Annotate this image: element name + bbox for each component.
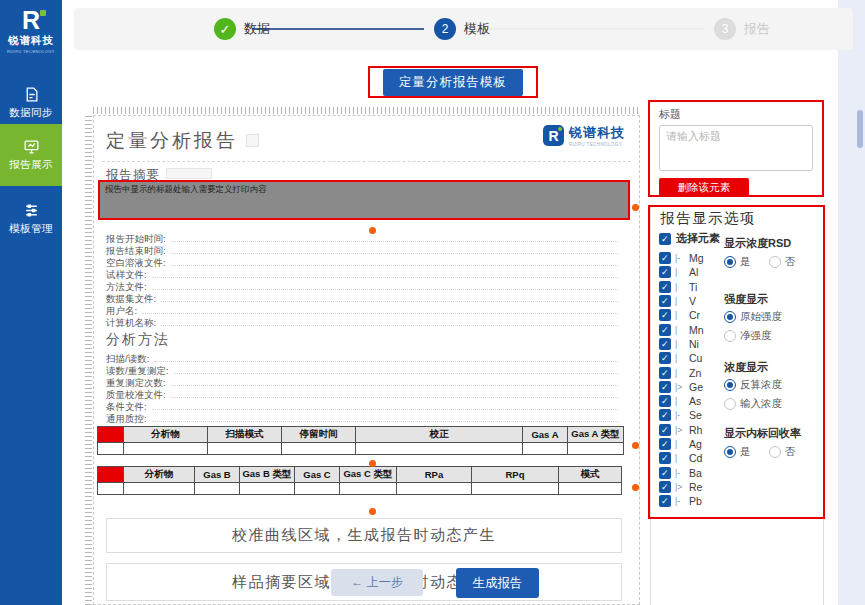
table-header-cell: Gas C — [294, 466, 340, 483]
checkbox-checked-icon[interactable] — [659, 424, 671, 436]
checkbox-checked-icon[interactable] — [659, 266, 671, 278]
placeholder-box — [166, 168, 212, 179]
table-header-cell: 模式 — [558, 466, 622, 483]
table-header-cell: 停留时间 — [281, 426, 356, 443]
previous-step-button[interactable]: ← 上一步 — [331, 569, 423, 596]
step-done-check-icon: ✓ — [214, 18, 236, 40]
tree-prefix: | — [675, 296, 685, 306]
resize-handle[interactable] — [369, 508, 376, 515]
checkbox-checked-icon[interactable] — [659, 352, 671, 364]
checkbox-checked-icon[interactable] — [659, 381, 671, 393]
element-symbol: Ge — [689, 381, 703, 393]
checkbox-checked-icon[interactable] — [659, 409, 671, 421]
field-label: 空白溶液文件: — [106, 258, 622, 270]
logo-text: 锐谱科技 — [569, 124, 625, 142]
table-header-cell: Gas A 类型 — [567, 426, 624, 443]
field-label: 扫描/读数: — [106, 354, 622, 366]
radio-rsd-yes[interactable]: 是 — [724, 255, 751, 269]
tree-prefix: |> — [675, 425, 685, 435]
checkbox-checked-icon[interactable] — [659, 281, 671, 293]
radio-calc-concentration[interactable]: 反算浓度 — [724, 378, 782, 392]
title-input[interactable] — [659, 125, 813, 171]
scrollbar-thumb[interactable] — [857, 110, 863, 148]
analyte-table-1[interactable]: 分析物扫描模式停留时间校正Gas AGas A 类型 — [98, 426, 631, 455]
delete-element-button[interactable]: 删除该元素 — [659, 178, 749, 197]
radio-icon — [769, 446, 781, 458]
tree-prefix: | — [675, 439, 685, 449]
tree-prefix: |> — [675, 382, 685, 392]
resize-handle[interactable] — [369, 460, 376, 467]
element-symbol: V — [689, 295, 696, 307]
radio-istd-yes[interactable]: 是 — [724, 445, 751, 459]
radio-istd-no[interactable]: 否 — [769, 445, 796, 459]
tree-prefix: | — [675, 453, 685, 463]
element-symbol: Rh — [689, 424, 702, 436]
sidebar-item-data-sync[interactable]: 数据同步 — [0, 82, 62, 128]
table-marker-cell — [97, 426, 124, 443]
field-label: 方法文件: — [106, 282, 622, 294]
checkbox-checked-icon[interactable] — [659, 438, 671, 450]
checkbox-checked-icon[interactable] — [659, 309, 671, 321]
element-symbol: Cu — [689, 352, 702, 364]
step-report[interactable]: 3 报告 — [714, 18, 770, 40]
radio-rsd-no[interactable]: 否 — [769, 255, 796, 269]
checkbox-checked-icon[interactable] — [659, 252, 671, 264]
sidebar-item-label: 模板管理 — [0, 222, 62, 236]
table-header-cell: RPa — [396, 466, 472, 483]
checkbox-checked-icon[interactable] — [659, 481, 671, 493]
checkbox-checked-icon[interactable] — [659, 295, 671, 307]
generate-report-button[interactable]: 生成报告 — [456, 568, 539, 598]
logo-r-icon: R — [22, 7, 40, 33]
checkbox-checked-icon[interactable] — [659, 495, 671, 507]
field-label: 读数/重复测定: — [106, 366, 622, 378]
table-header-cell: Gas B 类型 — [239, 466, 295, 483]
resize-handle[interactable] — [632, 204, 639, 211]
template-title-button[interactable]: 定量分析报告模板 — [383, 69, 523, 96]
brand-subtitle: RUIPU TECHNOLOGY — [0, 49, 62, 54]
option-group-label: 显示内标回收率 — [724, 426, 801, 441]
step-number: 2 — [434, 18, 456, 40]
radio-input-concentration[interactable]: 输入浓度 — [724, 397, 782, 411]
radio-selected-icon — [724, 311, 736, 323]
element-symbol: Mn — [689, 324, 704, 336]
radio-net-intensity[interactable]: 净强度 — [724, 329, 782, 343]
sidebar-item-report-display[interactable]: 报告展示 — [0, 124, 62, 186]
tree-prefix: |> — [675, 482, 685, 492]
checkbox-checked-icon[interactable] — [659, 367, 671, 379]
element-symbol: Se — [689, 409, 702, 421]
radio-selected-icon — [724, 256, 736, 268]
select-elements-label: 选择元素 — [676, 231, 720, 246]
document-title[interactable]: 定量分析报告 — [106, 128, 238, 154]
app-window: R 锐谱科技 RUIPU TECHNOLOGY 数据同步 报告展示 模板管理 — [0, 0, 865, 605]
field-label: 报告开始时间: — [106, 234, 622, 246]
tree-prefix: | — [675, 310, 685, 320]
element-symbol: Ti — [689, 281, 697, 293]
checkbox-checked-icon[interactable] — [659, 452, 671, 464]
resize-handle[interactable] — [369, 227, 376, 234]
stepper-connector — [252, 28, 424, 30]
checkbox-checked-icon[interactable] — [659, 338, 671, 350]
field-label: 质量校准文件: — [106, 390, 622, 402]
resize-handle[interactable] — [632, 484, 639, 491]
step-data[interactable]: ✓ 数据 — [214, 18, 270, 40]
checkbox-checked-icon[interactable] — [659, 467, 671, 479]
summary-text-element[interactable]: 报告中显示的标题处输入需要定义打印内容 — [98, 180, 630, 220]
tree-prefix: |- — [675, 468, 685, 478]
field-label: 重复测定次数: — [106, 378, 622, 390]
select-elements-checkbox[interactable]: 选择元素 — [659, 231, 720, 246]
sidebar-item-template-manage[interactable]: 模板管理 — [0, 196, 62, 246]
radio-raw-intensity[interactable]: 原始强度 — [724, 310, 782, 324]
element-symbol: As — [689, 395, 701, 407]
analyte-table-2[interactable]: 分析物Gas BGas B 类型Gas CGas C 类型RPaRPq模式 — [98, 466, 631, 495]
radio-selected-icon — [724, 446, 736, 458]
checkbox-checked-icon[interactable] — [659, 395, 671, 407]
field-label: 报告结束时间: — [106, 246, 622, 258]
step-label: 数据 — [244, 20, 270, 38]
resize-handle[interactable] — [632, 442, 639, 449]
step-template[interactable]: 2 模板 — [434, 18, 490, 40]
checkbox-checked-icon[interactable] — [659, 324, 671, 336]
display-option-groups: 显示浓度RSD 是 否 强度显示 原始强度 净强度 浓度显示 反算浓度 输入浓度… — [724, 205, 824, 520]
template-manage-icon — [23, 202, 40, 219]
calibration-area-placeholder[interactable]: 校准曲线区域，生成报告时动态产生 — [106, 518, 622, 553]
table-header-cell: 分析物 — [123, 466, 195, 483]
